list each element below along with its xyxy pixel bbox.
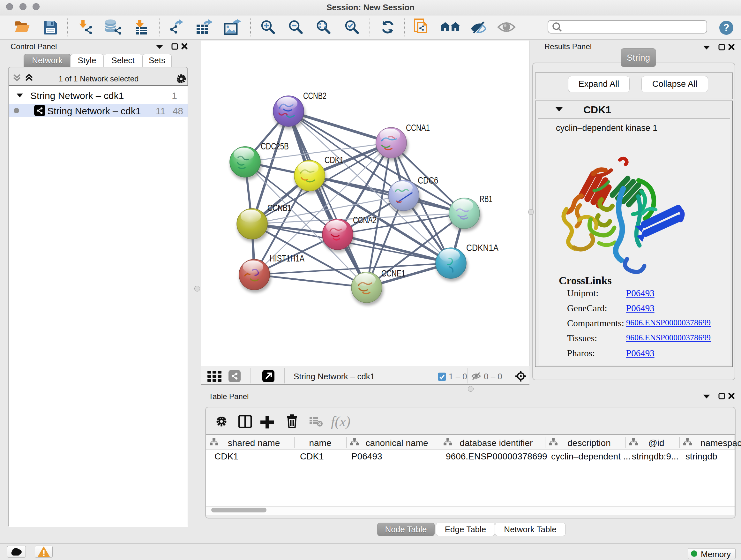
svg-text:CCNA1: CCNA1 — [406, 123, 430, 133]
svg-text:CDC6: CDC6 — [418, 175, 438, 186]
svg-text:CDC25B: CDC25B — [261, 141, 289, 151]
svg-text:CDKN1A: CDKN1A — [466, 243, 499, 253]
svg-text:CCNB1: CCNB1 — [267, 203, 291, 213]
svg-text:CCNA2: CCNA2 — [353, 215, 377, 225]
svg-text:CCNB2: CCNB2 — [303, 91, 327, 101]
svg-text:HIST1H1A: HIST1H1A — [270, 253, 305, 263]
svg-text:CCNE1: CCNE1 — [381, 268, 405, 278]
svg-text:RB1: RB1 — [480, 194, 492, 204]
svg-text:CDK1: CDK1 — [325, 155, 344, 165]
